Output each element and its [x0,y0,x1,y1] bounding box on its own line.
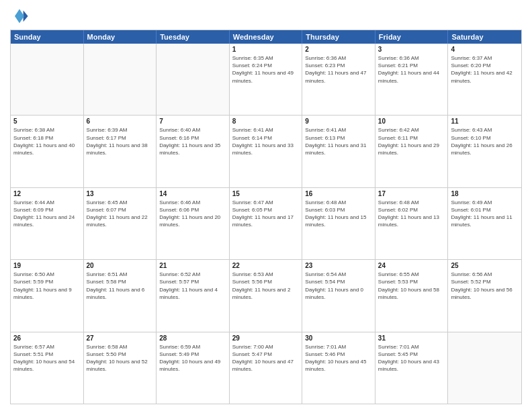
calendar-row-4: 26Sunrise: 6:57 AM Sunset: 5:51 PM Dayli… [11,332,521,404]
day-info: Sunrise: 7:01 AM Sunset: 5:46 PM Dayligh… [305,343,372,373]
day-info: Sunrise: 6:49 AM Sunset: 6:01 PM Dayligh… [451,199,519,229]
day-info: Sunrise: 6:36 AM Sunset: 6:21 PM Dayligh… [378,54,445,85]
calendar-cell: 10Sunrise: 6:42 AM Sunset: 6:11 PM Dayli… [375,116,449,187]
day-number: 12 [13,190,81,197]
day-info: Sunrise: 6:39 AM Sunset: 6:17 PM Dayligh… [87,126,154,156]
calendar-cell: 31Sunrise: 7:01 AM Sunset: 5:45 PM Dayli… [375,332,449,404]
day-number: 13 [87,190,154,197]
day-number: 5 [13,118,81,125]
day-info: Sunrise: 6:53 AM Sunset: 5:56 PM Dayligh… [232,271,300,301]
header-cell-wednesday: Wednesday [230,30,303,44]
calendar-cell: 27Sunrise: 6:58 AM Sunset: 5:50 PM Dayli… [84,332,157,404]
calendar-body: 1Sunrise: 6:35 AM Sunset: 6:24 PM Daylig… [11,44,521,404]
day-info: Sunrise: 6:55 AM Sunset: 5:53 PM Dayligh… [378,271,445,301]
header [10,7,522,26]
day-info: Sunrise: 7:01 AM Sunset: 5:45 PM Dayligh… [378,343,445,373]
day-number: 16 [305,190,372,197]
day-info: Sunrise: 6:54 AM Sunset: 5:54 PM Dayligh… [305,271,372,301]
calendar-cell: 7Sunrise: 6:40 AM Sunset: 6:16 PM Daylig… [157,116,230,187]
day-number: 9 [305,118,372,125]
calendar-cell: 25Sunrise: 6:56 AM Sunset: 5:52 PM Dayli… [448,260,521,331]
day-number: 23 [305,262,372,269]
calendar-cell: 5Sunrise: 6:38 AM Sunset: 6:18 PM Daylig… [11,116,84,187]
day-number: 8 [232,118,300,125]
day-number: 26 [13,334,81,342]
calendar-cell: 14Sunrise: 6:46 AM Sunset: 6:06 PM Dayli… [157,188,230,259]
day-number: 6 [87,118,154,125]
day-info: Sunrise: 6:58 AM Sunset: 5:50 PM Dayligh… [87,343,154,373]
day-number: 25 [451,262,519,269]
day-info: Sunrise: 6:50 AM Sunset: 5:59 PM Dayligh… [13,271,81,301]
day-number: 4 [451,46,519,53]
day-number: 7 [159,118,226,125]
calendar-cell [11,44,84,115]
calendar-row-1: 5Sunrise: 6:38 AM Sunset: 6:18 PM Daylig… [11,116,521,187]
day-info: Sunrise: 6:41 AM Sunset: 6:13 PM Dayligh… [305,126,372,156]
calendar-cell [157,44,230,115]
day-info: Sunrise: 6:41 AM Sunset: 6:14 PM Dayligh… [232,126,300,156]
calendar-cell: 2Sunrise: 6:36 AM Sunset: 6:23 PM Daylig… [302,44,375,115]
logo-icon [10,7,29,26]
day-info: Sunrise: 6:57 AM Sunset: 5:51 PM Dayligh… [13,343,81,373]
day-number: 29 [232,334,300,342]
day-info: Sunrise: 6:56 AM Sunset: 5:52 PM Dayligh… [451,271,519,301]
day-number: 2 [305,46,372,53]
page: SundayMondayTuesdayWednesdayThursdayFrid… [0,0,532,411]
day-number: 18 [451,190,519,197]
header-cell-thursday: Thursday [302,30,375,44]
day-number: 22 [232,262,300,269]
header-cell-friday: Friday [375,30,449,44]
day-info: Sunrise: 7:00 AM Sunset: 5:47 PM Dayligh… [232,343,300,373]
calendar-cell: 29Sunrise: 7:00 AM Sunset: 5:47 PM Dayli… [230,332,303,404]
calendar-row-0: 1Sunrise: 6:35 AM Sunset: 6:24 PM Daylig… [11,44,521,116]
day-info: Sunrise: 6:47 AM Sunset: 6:05 PM Dayligh… [232,199,300,229]
header-cell-monday: Monday [84,30,157,44]
day-number: 31 [378,334,445,342]
day-number: 14 [159,190,226,197]
day-number: 19 [13,262,81,269]
calendar-cell: 8Sunrise: 6:41 AM Sunset: 6:14 PM Daylig… [230,116,303,187]
svg-marker-1 [15,9,24,24]
calendar-cell: 4Sunrise: 6:37 AM Sunset: 6:20 PM Daylig… [448,44,521,115]
day-number: 11 [451,118,519,125]
day-info: Sunrise: 6:42 AM Sunset: 6:11 PM Dayligh… [378,126,445,156]
calendar-cell: 13Sunrise: 6:45 AM Sunset: 6:07 PM Dayli… [84,188,157,259]
calendar-row-3: 19Sunrise: 6:50 AM Sunset: 5:59 PM Dayli… [11,260,521,332]
day-number: 28 [159,334,226,342]
logo [10,7,32,26]
day-number: 27 [87,334,154,342]
calendar-cell: 17Sunrise: 6:48 AM Sunset: 6:02 PM Dayli… [375,188,449,259]
day-info: Sunrise: 6:38 AM Sunset: 6:18 PM Dayligh… [13,126,81,156]
calendar: SundayMondayTuesdayWednesdayThursdayFrid… [10,30,522,404]
day-info: Sunrise: 6:43 AM Sunset: 6:10 PM Dayligh… [451,126,519,156]
day-info: Sunrise: 6:40 AM Sunset: 6:16 PM Dayligh… [159,126,226,156]
header-cell-tuesday: Tuesday [157,30,230,44]
day-info: Sunrise: 6:37 AM Sunset: 6:20 PM Dayligh… [451,54,519,85]
day-info: Sunrise: 6:52 AM Sunset: 5:57 PM Dayligh… [159,271,226,301]
calendar-header: SundayMondayTuesdayWednesdayThursdayFrid… [11,30,521,44]
calendar-cell: 12Sunrise: 6:44 AM Sunset: 6:09 PM Dayli… [11,188,84,259]
calendar-cell: 11Sunrise: 6:43 AM Sunset: 6:10 PM Dayli… [448,116,521,187]
day-number: 24 [378,262,445,269]
day-info: Sunrise: 6:44 AM Sunset: 6:09 PM Dayligh… [13,199,81,229]
calendar-cell: 22Sunrise: 6:53 AM Sunset: 5:56 PM Dayli… [230,260,303,331]
calendar-cell [448,332,521,404]
calendar-cell: 21Sunrise: 6:52 AM Sunset: 5:57 PM Dayli… [157,260,230,331]
calendar-cell: 28Sunrise: 6:59 AM Sunset: 5:49 PM Dayli… [157,332,230,404]
day-info: Sunrise: 6:51 AM Sunset: 5:58 PM Dayligh… [87,271,154,301]
day-number: 17 [378,190,445,197]
day-number: 10 [378,118,445,125]
calendar-cell: 23Sunrise: 6:54 AM Sunset: 5:54 PM Dayli… [302,260,375,331]
day-info: Sunrise: 6:59 AM Sunset: 5:49 PM Dayligh… [159,343,226,373]
day-info: Sunrise: 6:45 AM Sunset: 6:07 PM Dayligh… [87,199,154,229]
day-info: Sunrise: 6:48 AM Sunset: 6:03 PM Dayligh… [305,199,372,229]
calendar-cell: 3Sunrise: 6:36 AM Sunset: 6:21 PM Daylig… [375,44,449,115]
day-info: Sunrise: 6:48 AM Sunset: 6:02 PM Dayligh… [378,199,445,229]
calendar-row-2: 12Sunrise: 6:44 AM Sunset: 6:09 PM Dayli… [11,188,521,260]
calendar-cell: 1Sunrise: 6:35 AM Sunset: 6:24 PM Daylig… [230,44,303,115]
calendar-cell: 15Sunrise: 6:47 AM Sunset: 6:05 PM Dayli… [230,188,303,259]
calendar-cell: 6Sunrise: 6:39 AM Sunset: 6:17 PM Daylig… [84,116,157,187]
day-number: 20 [87,262,154,269]
calendar-cell: 24Sunrise: 6:55 AM Sunset: 5:53 PM Dayli… [375,260,449,331]
day-number: 3 [378,46,445,53]
